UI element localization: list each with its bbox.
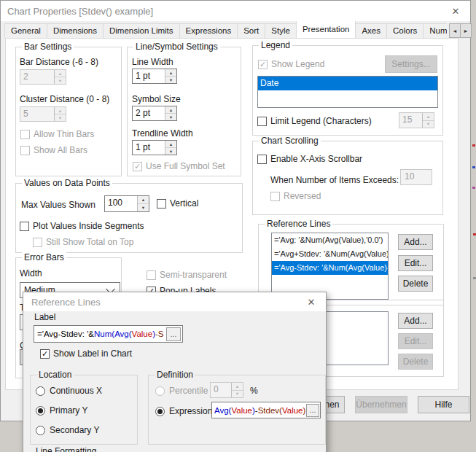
tab-dimension-limits[interactable]: Dimension Limits [103,23,180,38]
spinner-up-icon[interactable]: ▲ [138,196,149,204]
percentile-value: 0 [211,383,231,397]
show-label-in-chart-checkbox[interactable]: ✓ Show Label in Chart [40,348,132,359]
location-secondary-y-radio[interactable]: Secondary Y [36,425,100,435]
symbol-size-label: Symbol Size [132,94,181,104]
enable-x-axis-scrollbar-label: Enable X-Axis Scrollbar [270,154,362,164]
cluster-distance-spinner: 5 ▲▼ [20,106,66,122]
max-values-shown-spinner[interactable]: 100 ▲▼ [104,195,149,212]
show-legend-checkbox: ✓ Show Legend [258,59,324,69]
limit-legend-label: Limit Legend (Characters) [270,116,372,126]
checkmark-icon: ✓ [134,163,141,171]
spinner-down-icon[interactable]: ▼ [165,77,176,83]
percent-sign-label: % [250,386,258,396]
tab-scroll-right-icon[interactable]: ► [460,23,472,38]
spinner-up-icon[interactable]: ▲ [165,106,176,114]
trendline-width-spinner[interactable]: 1 pt ▲▼ [132,140,177,155]
allow-thin-bars-label: Allow Thin Bars [34,129,94,139]
symbol-size-value: 2 pt [133,106,165,120]
error-bars-title: Error Bars [22,252,66,262]
line-width-spinner[interactable]: 1 pt ▲▼ [132,69,177,84]
reference-line-item[interactable]: ='Avg: '&Num(Avg(Value),'0.0') [272,233,388,247]
radio-selected-icon [36,406,45,416]
reference-lines-delete-button[interactable]: Delete [398,276,433,292]
checkbox-icon [157,199,166,209]
secondary-y-label: Secondary Y [50,425,100,435]
location-continuous-x-radio[interactable]: Continuous X [36,386,102,396]
reference-line-item[interactable]: ='Avg-Stdev: '&Num(Avg(Value)- [272,261,388,275]
checkbox-icon [20,130,30,139]
ref-dialog-title: Reference Lines [31,297,101,308]
tab-style[interactable]: Style [265,23,297,38]
spinner-up-icon: ▲ [55,107,66,114]
spinner-down-icon[interactable]: ▼ [165,114,176,120]
use-full-symbol-set-label: Use Full Symbol Set [146,161,225,171]
tab-expressions[interactable]: Expressions [179,23,238,38]
legend-item-date[interactable]: Date [258,77,437,90]
reference-lines-edit-button[interactable]: Edit... [398,255,433,271]
checkbox-icon [257,155,267,164]
checkbox-icon [20,222,29,231]
spinner-up-icon[interactable]: ▲ [165,69,176,77]
spinner-down-icon: ▼ [423,121,434,128]
tab-number[interactable]: Number [423,23,447,38]
location-primary-y-radio[interactable]: Primary Y [36,405,87,416]
plot-values-inside-segments-checkbox[interactable]: Plot Values Inside Segments [20,221,144,231]
text-in-chart-add-button[interactable]: Add... [398,313,433,329]
tab-presentation[interactable]: Presentation [296,21,356,38]
spinner-down-icon[interactable]: ▼ [165,148,176,155]
semi-transparent-checkbox: Semi-transparent [147,270,227,280]
definition-percentile-radio: Percentile [155,386,208,396]
line-symbol-title: Line/Symbol Settings [133,42,220,52]
reference-line-item[interactable]: ='Avg+Stdev: '&Num(Avg(Value) [272,247,388,261]
reference-lines-listbox[interactable]: ='Avg: '&Num(Avg(Value),'0.0') ='Avg+Std… [271,233,389,300]
checkbox-icon [20,146,30,155]
definition-expression-field[interactable]: Avg(Value)-Stdev(Value) ... [211,402,321,418]
spinner-down-icon: ▼ [55,114,66,121]
limit-legend-checkbox[interactable]: Limit Legend (Characters) [257,116,372,126]
tab-general[interactable]: General [4,23,47,38]
legend-settings-button: Settings... [385,55,437,73]
show-all-bars-checkbox: Show All Bars [20,145,87,155]
max-values-shown-value: 100 [105,196,137,211]
screen: Chart Properties [Stdev() example] ✕ Gen… [0,0,476,452]
label-expression-field[interactable]: ='Avg-Stdev: '&Num(Avg(Value)-S ... [34,325,183,343]
checkbox-icon [33,238,42,247]
when-items-exceeds-field: 10 [400,169,432,185]
allow-thin-bars-checkbox: Allow Thin Bars [20,129,94,139]
symbol-size-spinner[interactable]: 2 pt ▲▼ [132,106,177,121]
spinner-down-icon: ▼ [55,77,66,84]
vertical-checkbox[interactable]: Vertical [157,198,198,209]
help-button[interactable]: Hilfe [418,396,469,413]
close-icon[interactable]: ✕ [297,292,326,311]
text-in-chart-delete-button: Delete [398,354,433,370]
tab-sort[interactable]: Sort [237,23,265,38]
values-on-data-points-title: Values on Data Points [22,178,112,188]
tab-colors[interactable]: Colors [386,23,424,38]
reference-lines-add-button[interactable]: Add... [398,234,433,250]
location-title: Location [36,370,74,380]
expression-browse-button[interactable]: ... [306,404,319,417]
label-browse-button[interactable]: ... [166,327,181,341]
background-chart-speck [472,144,475,147]
reversed-checkbox: Reversed [270,191,321,201]
checkbox-icon [270,192,280,201]
enable-x-axis-scrollbar-checkbox[interactable]: Enable X-Axis Scrollbar [257,154,362,164]
trendline-width-value: 1 pt [133,141,165,155]
vertical-label: Vertical [170,198,198,209]
cluster-distance-label: Cluster Distance (0 - 8) [20,94,109,104]
radio-icon [155,386,165,396]
bar-distance-spinner: 2 ▲▼ [20,69,66,85]
tab-scroll-left-icon[interactable]: ◄ [449,23,461,38]
spinner-up-icon[interactable]: ▲ [165,141,176,148]
spinner-down-icon[interactable]: ▼ [138,204,149,211]
tab-dimensions[interactable]: Dimensions [47,23,104,38]
definition-title: Definition [155,370,195,380]
semi-transparent-label: Semi-transparent [160,270,227,280]
legend-listbox[interactable]: Date [257,76,438,108]
bar-settings-title: Bar Settings [22,42,74,52]
label-caption: Label [34,312,55,322]
close-icon[interactable]: ✕ [441,1,470,21]
line-formatting-title: Line Formatting [36,446,96,452]
definition-expression-radio[interactable]: Expression [155,406,212,416]
tab-axes[interactable]: Axes [355,23,387,38]
